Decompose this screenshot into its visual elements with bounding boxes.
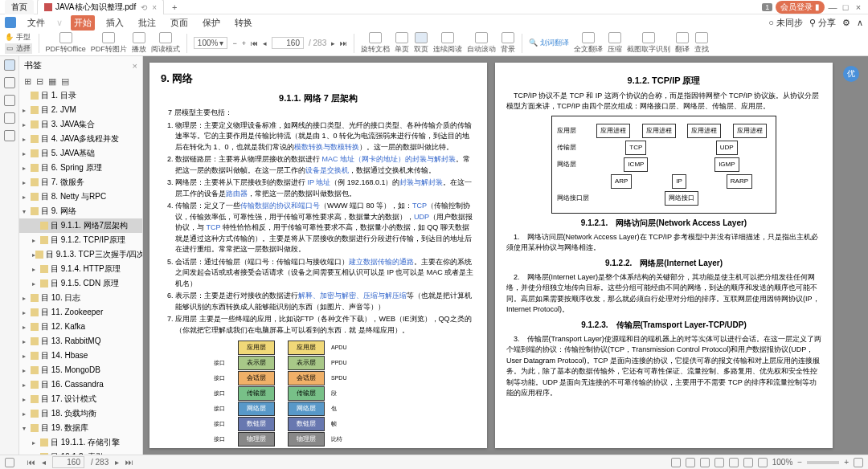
status-next[interactable]: ▸: [115, 458, 119, 467]
bookmark-item[interactable]: ▸目 11. Zookeeper: [19, 305, 142, 320]
menu-insert[interactable]: 插入: [103, 15, 127, 31]
menu-page[interactable]: 页面: [167, 15, 191, 31]
status-icon-6[interactable]: [743, 458, 753, 467]
notification-badge[interactable]: 1: [762, 3, 772, 11]
tool-double[interactable]: 双页: [414, 32, 428, 55]
bm-expand-icon[interactable]: ▦: [48, 76, 56, 87]
menu-convert[interactable]: 转换: [231, 15, 256, 31]
status-zoom-in[interactable]: +: [844, 458, 849, 467]
zoom-value[interactable]: 100% ▾: [194, 37, 228, 49]
bookmark-item[interactable]: ▸目 8. Netty 与RPC: [19, 190, 142, 204]
tool-bg[interactable]: 背景: [501, 32, 515, 55]
bookmark-item[interactable]: 目 1. 目录: [19, 88, 142, 103]
status-icon-2[interactable]: [686, 458, 695, 467]
sidebar-close-icon[interactable]: ×: [133, 61, 137, 71]
status-icon-3[interactable]: [700, 458, 710, 467]
bookmark-item[interactable]: ▸目 17. 设计模式: [19, 392, 142, 406]
menu-annot[interactable]: 批注: [135, 15, 159, 31]
tab-home[interactable]: 首页: [5, 0, 34, 14]
bookmark-list[interactable]: 目 1. 目录▸目 2. JVM▸目 3. JAVA集合▸目 4. JAVA多线…: [19, 88, 142, 455]
tab-close-icon[interactable]: ×: [152, 3, 157, 12]
login-badge[interactable]: 会员登录 ▮: [776, 1, 825, 14]
tool-select[interactable]: ▭ 选择: [5, 43, 32, 54]
bookmark-item[interactable]: ▸目 10. 日志: [19, 291, 142, 305]
bm-collapse-icon[interactable]: ▤: [61, 76, 69, 87]
left-thumb-icon[interactable]: [4, 77, 15, 88]
status-zoom-out[interactable]: −: [797, 458, 802, 467]
left-annot-icon[interactable]: [4, 95, 15, 106]
bookmark-item[interactable]: ▸目 9.1.4. HTTP原理: [19, 262, 142, 276]
tool-readmode[interactable]: 阅读模式: [151, 32, 180, 55]
bookmark-item[interactable]: ▸目 12. Kafka: [19, 320, 142, 334]
tool-fulltrans[interactable]: 全文翻译: [574, 32, 603, 55]
tool-compress[interactable]: 压缩: [608, 32, 622, 55]
bookmark-item[interactable]: ▸目 9.1.2. TCP/IP原理: [19, 233, 142, 247]
tool-hand[interactable]: ✋ 手型: [5, 32, 32, 43]
bookmark-item[interactable]: 目 9.1.1. 网络7层架构: [19, 218, 142, 233]
tool-find[interactable]: 查找: [694, 32, 709, 55]
bookmark-item[interactable]: ▸目 4. JAVA多线程并发: [19, 132, 142, 146]
bookmark-item[interactable]: ▸目 2. JVM: [19, 103, 142, 117]
window-close[interactable]: ×: [854, 2, 863, 12]
bookmark-item[interactable]: ▸目 9.1.5. CDN 原理: [19, 276, 142, 291]
share-btn[interactable]: ⚲ 分享: [809, 17, 836, 29]
bm-del-icon[interactable]: ⊟: [36, 76, 43, 87]
bm-add-icon[interactable]: ⊞: [24, 76, 31, 87]
tool-single[interactable]: 单页: [395, 32, 409, 55]
bookmark-item[interactable]: ▸目 9.1.3. TCP三次握手/四次挥手: [19, 247, 142, 262]
tool-scrolltrans[interactable]: 🔍 划词翻译: [529, 38, 569, 48]
page-prev[interactable]: ◂: [263, 39, 267, 47]
menu-protect[interactable]: 保护: [199, 15, 223, 31]
bookmark-item[interactable]: ▸目 19.1.1. 存储引擎: [19, 435, 142, 450]
status-icon-4[interactable]: [714, 458, 724, 467]
tool-continuous[interactable]: 连续阅读: [433, 32, 462, 55]
bookmark-item[interactable]: ▸目 3. JAVA集合: [19, 117, 142, 132]
collapse-icon[interactable]: ∧: [857, 18, 863, 28]
zoom-in[interactable]: +: [242, 39, 246, 47]
page-next[interactable]: ▸: [331, 39, 335, 47]
app-menu-icon[interactable]: [5, 17, 16, 28]
tool-autoscroll[interactable]: 自动滚动: [467, 32, 496, 55]
window-min[interactable]: —: [828, 2, 837, 12]
bookmark-item[interactable]: ▸目 7. 微服务: [19, 175, 142, 190]
tool-trans[interactable]: 翻译: [675, 32, 690, 55]
tool-play[interactable]: 播放: [132, 32, 146, 55]
status-icon-5[interactable]: [729, 458, 739, 467]
page-last[interactable]: ⏭: [340, 39, 347, 47]
page-first[interactable]: ⏮: [251, 39, 258, 47]
status-fullscreen[interactable]: [854, 458, 863, 467]
tool-imgtotext[interactable]: 截图取字识别: [627, 32, 670, 55]
tool-pdf-office[interactable]: PDF转Office: [46, 32, 86, 55]
left-bookmark-icon[interactable]: [4, 59, 15, 71]
bookmark-item[interactable]: ▾目 9. 网络: [19, 204, 142, 218]
bookmark-item[interactable]: ▸目 15. MongoDB: [19, 363, 142, 377]
menu-file[interactable]: 文件: [24, 15, 48, 31]
left-attach-icon[interactable]: [4, 112, 15, 124]
more-icon[interactable]: ⚙: [842, 18, 850, 28]
bookmark-item[interactable]: ▸目 14. Hbase: [19, 349, 142, 363]
status-icon-7[interactable]: [758, 458, 768, 467]
bookmark-item[interactable]: ▸目 6. Spring 原理: [19, 161, 142, 175]
bookmark-item[interactable]: ▾目 19. 数据库: [19, 421, 142, 435]
bookmark-item[interactable]: ▸目 5. JAVA基础: [19, 146, 142, 161]
user-avatar[interactable]: 优: [843, 66, 859, 82]
left-sign-icon[interactable]: [4, 130, 15, 141]
page-input[interactable]: 160: [272, 37, 304, 49]
status-icon-1[interactable]: [671, 458, 681, 467]
zoom-out[interactable]: −: [232, 39, 236, 47]
zoom-slider[interactable]: [807, 461, 839, 464]
tool-rotate[interactable]: 旋转文档: [361, 32, 390, 55]
status-prev[interactable]: ◂: [42, 458, 46, 467]
tab-add[interactable]: +: [167, 2, 182, 12]
sync-status[interactable]: ○ 未同步: [768, 17, 803, 29]
bookmark-item[interactable]: ▸目 13. RabbitMQ: [19, 334, 142, 349]
menu-start[interactable]: 开始: [71, 15, 95, 31]
bookmark-item[interactable]: ▸目 18. 负载均衡: [19, 406, 142, 421]
bookmark-item[interactable]: ▸目 16. Cassandra: [19, 377, 142, 392]
status-thumb-icon[interactable]: [5, 458, 14, 467]
tab-document[interactable]: JAVA核心知识整理.pdf ⟲ ×: [37, 0, 164, 14]
window-max[interactable]: □: [841, 2, 850, 12]
status-page[interactable]: 160: [52, 456, 84, 468]
refresh-icon[interactable]: ⟲: [141, 3, 147, 12]
tool-pdf-img[interactable]: PDF转图片: [91, 32, 127, 55]
